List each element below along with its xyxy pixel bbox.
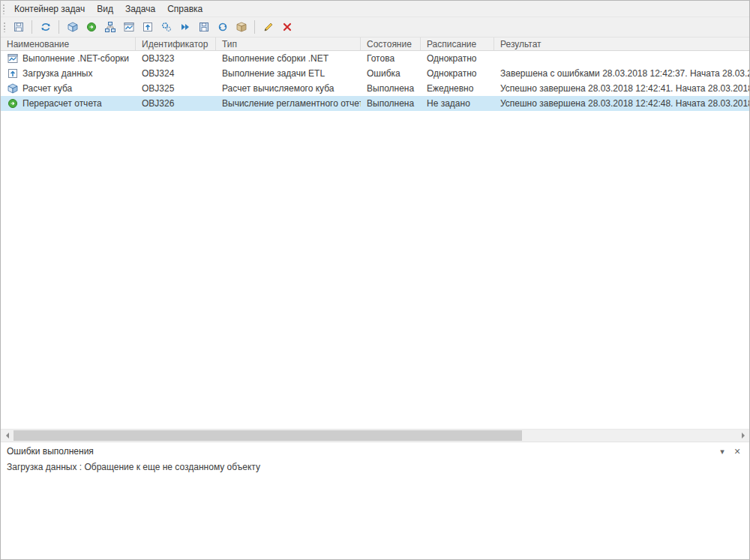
package-button[interactable] (232, 19, 250, 36)
delete-button[interactable] (278, 19, 296, 36)
task-result: Успешно завершена 28.03.2018 12:42:48. Н… (494, 96, 749, 111)
collapse-panel-button[interactable]: ▾ (716, 445, 728, 457)
task-id: OBJ325 (136, 81, 216, 96)
scrollbar-track[interactable] (14, 430, 736, 442)
net-assembly-task-button[interactable] (119, 19, 138, 36)
column-header-schedule[interactable]: Расписание (421, 37, 494, 50)
close-icon: × (734, 445, 740, 457)
red-x-icon (281, 21, 293, 33)
green-circle-icon (86, 21, 98, 33)
cube-icon (67, 21, 79, 33)
save-button[interactable] (9, 19, 28, 36)
error-message: Загрузка данных : Обращение к еще не соз… (1, 460, 749, 474)
cube-task-button[interactable] (63, 19, 82, 36)
menu-task-container[interactable]: Контейнер задач (8, 2, 91, 16)
gears-icon (160, 21, 172, 33)
task-schedule: Однократно (421, 51, 494, 66)
column-header-id[interactable]: Идентификатор (136, 37, 216, 50)
close-panel-button[interactable]: × (731, 445, 743, 457)
table-body: Выполнение .NET-сборки OBJ323 Выполнение… (1, 51, 749, 111)
left-arrow-icon (6, 433, 9, 439)
task-id: OBJ323 (136, 51, 216, 66)
horizontal-scrollbar (1, 429, 749, 442)
upload-icon (7, 67, 19, 79)
toolbar-grip (2, 4, 6, 14)
task-state: Выполнена (361, 81, 421, 96)
task-state: Готова (361, 51, 421, 66)
report-task-button[interactable] (82, 19, 100, 36)
app-window: Контейнер задач Вид Задача Справка Наиме… (0, 0, 750, 560)
sync-button[interactable] (213, 19, 232, 36)
gears-task-button[interactable] (157, 19, 176, 36)
net-assembly-icon (7, 52, 19, 64)
column-header-result[interactable]: Результат (494, 37, 749, 50)
task-schedule: Не задано (421, 96, 494, 111)
sync-circle-icon (217, 21, 229, 33)
refresh-button[interactable] (36, 19, 55, 36)
task-schedule: Ежедневно (421, 81, 494, 96)
task-result: Успешно завершена 28.03.2018 12:42:41. Н… (494, 81, 749, 96)
chart-window-icon (123, 21, 135, 33)
floppy-box-icon (198, 21, 210, 33)
task-type: Выполнение сборки .NET (216, 51, 361, 66)
edit-button[interactable] (259, 19, 278, 36)
toolbar-grip (3, 22, 7, 32)
etl-task-button[interactable] (100, 19, 119, 36)
floppy-icon (13, 21, 25, 33)
scroll-left-button[interactable] (1, 430, 14, 442)
task-result (494, 51, 749, 66)
load-data-task-button[interactable] (138, 19, 157, 36)
right-arrow-icon (742, 433, 745, 439)
task-type: Вычисление регламентного отчета (216, 96, 361, 111)
table-row[interactable]: Перерасчет отчета OBJ326 Вычисление регл… (1, 96, 749, 111)
run-button[interactable] (176, 19, 194, 36)
column-header-type[interactable]: Тип (216, 37, 361, 50)
chevron-down-icon: ▾ (720, 447, 724, 457)
task-name: Выполнение .NET-сборки (22, 53, 129, 64)
scrollbar-thumb[interactable] (14, 430, 522, 441)
menu-help[interactable]: Справка (161, 2, 208, 16)
tree-icon (104, 21, 116, 33)
cube-icon (7, 82, 19, 94)
table-header: Наименование Идентификатор Тип Состояние… (1, 37, 749, 51)
task-schedule: Однократно (421, 66, 494, 81)
task-result: Завершена с ошибками 28.03.2018 12:42:37… (494, 66, 749, 81)
green-circle-icon (7, 97, 19, 109)
errors-panel-title: Ошибки выполнения (7, 446, 713, 457)
task-table: Наименование Идентификатор Тип Состояние… (1, 37, 749, 429)
toolbar-separator (58, 20, 59, 34)
menu-task[interactable]: Задача (119, 2, 161, 16)
table-row[interactable]: Выполнение .NET-сборки OBJ323 Выполнение… (1, 51, 749, 66)
save-results-button[interactable] (194, 19, 213, 36)
errors-panel-header: Ошибки выполнения ▾ × (1, 442, 749, 460)
pencil-icon (262, 21, 274, 33)
refresh-icon (40, 21, 52, 33)
task-name: Загрузка данных (22, 68, 92, 79)
task-state: Ошибка (361, 66, 421, 81)
column-header-state[interactable]: Состояние (361, 37, 421, 50)
task-id: OBJ324 (136, 66, 216, 81)
scroll-right-button[interactable] (736, 430, 749, 442)
table-empty-area (1, 111, 749, 429)
double-arrow-icon (179, 21, 191, 33)
errors-panel: Ошибки выполнения ▾ × Загрузка данных : … (1, 442, 749, 559)
table-row[interactable]: Расчет куба OBJ325 Расчет вычисляемого к… (1, 81, 749, 96)
task-id: OBJ326 (136, 96, 216, 111)
task-type: Выполнение задачи ETL (216, 66, 361, 81)
column-header-name[interactable]: Наименование (1, 37, 136, 50)
task-type: Расчет вычисляемого куба (216, 81, 361, 96)
menu-bar: Контейнер задач Вид Задача Справка (1, 1, 749, 16)
menu-view[interactable]: Вид (91, 2, 119, 16)
package-icon (236, 21, 248, 33)
table-row[interactable]: Загрузка данных OBJ324 Выполнение задачи… (1, 66, 749, 81)
toolbar-separator (32, 20, 32, 34)
task-name: Расчет куба (22, 83, 72, 94)
toolbar (1, 16, 749, 37)
upload-box-icon (142, 21, 154, 33)
task-name: Перерасчет отчета (22, 98, 102, 109)
task-state: Выполнена (361, 96, 421, 111)
toolbar-separator (254, 20, 255, 34)
